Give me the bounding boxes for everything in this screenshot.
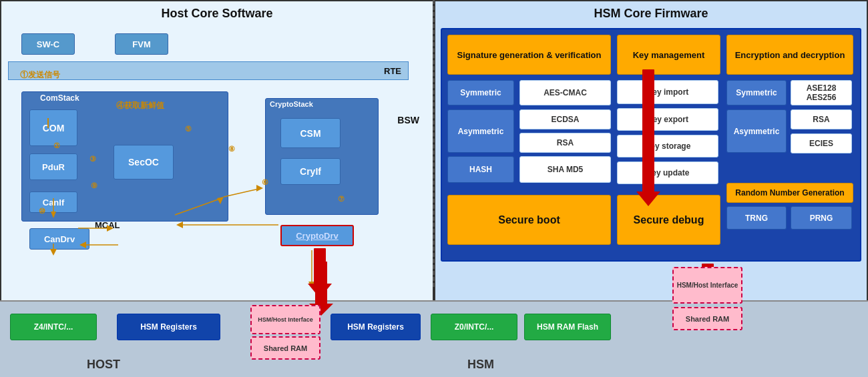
main-container: Host Core Software SW-C FVM RTE ①发送信号 BS… bbox=[0, 0, 868, 377]
red-arrow-main-shaft bbox=[315, 262, 327, 305]
num6: ⑥ bbox=[262, 178, 268, 187]
signal-text: ①发送信号 bbox=[20, 69, 60, 81]
num2: ② bbox=[53, 141, 60, 150]
hsm-reg-right-bottom: HSM Registers bbox=[331, 314, 421, 340]
ecies-box: ECIES bbox=[791, 133, 852, 153]
enc-dec-box: Encryption and decryption bbox=[726, 35, 853, 75]
num7: ⑦ bbox=[338, 195, 345, 204]
secure-debug-box: Secure debug bbox=[617, 195, 720, 245]
hash-box: HASH bbox=[447, 156, 514, 183]
svg-marker-18 bbox=[50, 249, 57, 256]
z0-bottom-box: Z0/INTC/... bbox=[431, 314, 517, 340]
aes-cmac-box: AES-CMAC bbox=[519, 80, 611, 105]
svg-marker-10 bbox=[176, 222, 183, 228]
trng-box: TRNG bbox=[726, 206, 787, 230]
host-bottom-label: HOST bbox=[87, 358, 120, 372]
secure-boot-box: Secure boot bbox=[447, 195, 611, 245]
prng-box: PRNG bbox=[791, 206, 852, 230]
canif-box: CanIf bbox=[29, 192, 77, 213]
hsm-bottom-label: HSM bbox=[467, 358, 494, 372]
num5: ⑤ bbox=[185, 125, 192, 133]
csm-box: CSM bbox=[280, 118, 341, 148]
pdur-box: PduR bbox=[29, 153, 77, 180]
asym-right-box: Asymmetric bbox=[726, 109, 787, 153]
rsa1-box: RSA bbox=[519, 133, 611, 153]
hsm-reg-left-bottom: HSM Registers bbox=[117, 314, 220, 340]
hsm-inner-area: Signature generation & verification Key … bbox=[441, 28, 861, 262]
num8: ⑧ bbox=[228, 145, 235, 153]
bsw-label: BSW bbox=[397, 115, 419, 125]
rng-box: Random Number Generation bbox=[726, 183, 853, 203]
key-mgmt-box: Key management bbox=[617, 35, 720, 75]
right-title: HSM Core Firmware bbox=[441, 7, 861, 21]
key-storage-box: Key storage bbox=[617, 135, 718, 157]
asym-left-box: Asymmetric bbox=[447, 109, 514, 153]
mcal-label: MCAL bbox=[95, 220, 120, 230]
num9: ⑨ bbox=[91, 181, 97, 190]
divider bbox=[433, 0, 435, 287]
sw-c-box: SW-C bbox=[21, 33, 75, 55]
ase128-box: ASE128 AES256 bbox=[791, 80, 852, 105]
cryptostack-label: CryptoStack bbox=[270, 100, 313, 108]
key-import-box: Key import bbox=[617, 80, 718, 104]
sha-md5-box: SHA MD5 bbox=[519, 156, 611, 183]
key-update-box: Key update bbox=[617, 161, 718, 184]
shared-ram-box: Shared RAM bbox=[672, 307, 742, 330]
ecdsa-box: ECDSA bbox=[519, 109, 611, 129]
num10: ⑩ bbox=[39, 207, 45, 216]
fresh-text: ④获取新鲜值 bbox=[116, 100, 164, 111]
rsa2-box: RSA bbox=[791, 109, 852, 129]
hsm-host-if-bottom: HSM/Host Interface bbox=[250, 305, 320, 334]
cryptodrv-box: CryptoDrv bbox=[280, 225, 354, 246]
cryif-box: CryIf bbox=[280, 158, 341, 185]
red-arrow-head-hsm bbox=[636, 192, 660, 206]
z4-bottom-box: Z4/INTC/... bbox=[10, 314, 97, 340]
com-box: COM bbox=[29, 109, 77, 146]
red-arrow-shaft-hsm bbox=[642, 69, 654, 193]
comstack-label: ComStack bbox=[40, 93, 79, 103]
fvm-box: FVM bbox=[115, 33, 168, 55]
sym-right-box: Symmetric bbox=[726, 80, 787, 105]
sig-gen-box: Signature generation & verification bbox=[447, 35, 611, 75]
key-export-box: Key export bbox=[617, 108, 718, 131]
rte-box: RTE bbox=[8, 61, 409, 80]
candrv-box: CanDrv bbox=[29, 228, 89, 250]
cryptostack-box bbox=[265, 98, 379, 215]
shared-ram-bottom: Shared RAM bbox=[250, 336, 320, 360]
num3: ③ bbox=[89, 155, 96, 163]
svg-line-7 bbox=[224, 188, 262, 197]
left-title: Host Core Software bbox=[7, 7, 427, 21]
sym-left-box: Symmetric bbox=[447, 80, 514, 105]
secoc-box: SecOC bbox=[114, 145, 174, 179]
hsm-host-interface-box: HSM/Host Interface bbox=[672, 267, 742, 304]
hsm-ram-flash-bottom: HSM RAM Flash bbox=[524, 314, 611, 340]
